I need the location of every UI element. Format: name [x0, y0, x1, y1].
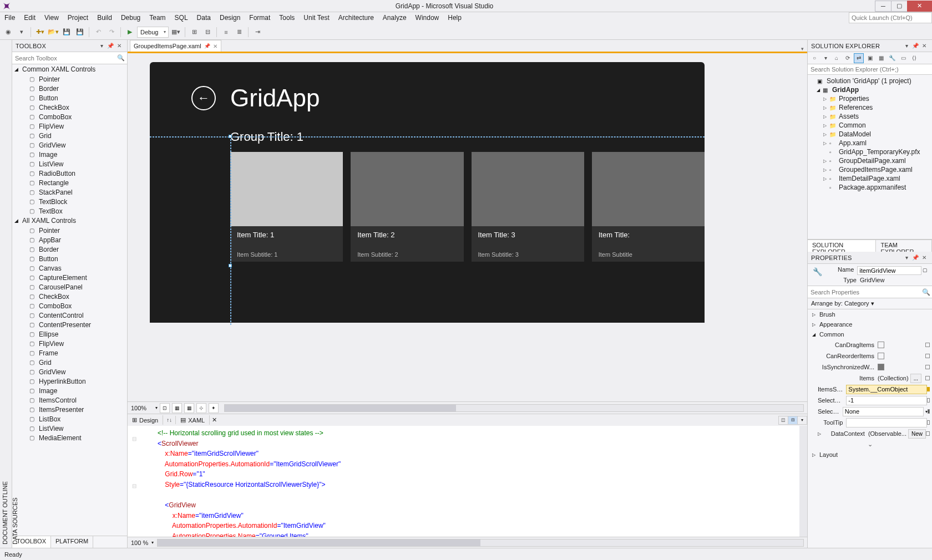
- xaml-tab-close[interactable]: ✕: [209, 415, 219, 425]
- xaml-zoom[interactable]: 100 %: [131, 539, 148, 546]
- new-project-button[interactable]: ✚▾: [34, 26, 46, 38]
- solution-item[interactable]: ▷▫GroupedItemsPage.xaml: [808, 165, 932, 174]
- cat-appearance[interactable]: ▷Appearance: [808, 319, 932, 329]
- toolbox-item[interactable]: ▢Rectangle: [12, 178, 127, 187]
- solution-node[interactable]: ▣Solution 'GridApp' (1 project): [808, 77, 932, 85]
- toolbox-cat-all[interactable]: ◢All XAML Controls: [12, 216, 127, 226]
- solution-item[interactable]: ▫GridApp_TemporaryKey.pfx: [808, 147, 932, 156]
- toolbox-item[interactable]: ▢StackPanel: [12, 187, 127, 197]
- toolbox-item[interactable]: ▢ListBox: [12, 414, 127, 424]
- selectedindex-input[interactable]: [846, 396, 927, 405]
- toolbox-item[interactable]: ▢ListView: [12, 159, 127, 169]
- toolbox-item[interactable]: ▢FlipView: [12, 339, 127, 348]
- props-dropdown[interactable]: ▾: [902, 254, 911, 261]
- cat-layout[interactable]: ▷Layout: [808, 450, 932, 460]
- xaml-h-scrollbar[interactable]: [157, 539, 804, 547]
- toolbox-item[interactable]: ▢ContentControl: [12, 310, 127, 320]
- toolbox-cat-common[interactable]: ◢Common XAML Controls: [12, 64, 127, 74]
- menu-help[interactable]: Help: [443, 12, 466, 24]
- sol-collapse[interactable]: ▣: [865, 53, 875, 63]
- properties-search-input[interactable]: [808, 288, 920, 297]
- nav-fwd-button[interactable]: ▾: [16, 26, 28, 38]
- solution-item[interactable]: ▷📁Assets: [808, 112, 932, 121]
- selectionmode-input[interactable]: [843, 407, 924, 416]
- toolbox-item[interactable]: ▢TextBlock: [12, 197, 127, 206]
- menu-file[interactable]: File: [0, 12, 19, 24]
- split-horizontal-button[interactable]: ⊟: [788, 416, 798, 425]
- swap-panes-button[interactable]: ↑↓: [163, 416, 176, 424]
- grid-4-button[interactable]: ▦: [184, 403, 194, 413]
- tab-overflow-dropdown[interactable]: ▾: [797, 46, 807, 52]
- toolbox-item[interactable]: ▢CaptureElement: [12, 273, 127, 282]
- solution-item[interactable]: ▫Package.appxmanifest: [808, 183, 932, 192]
- xaml-v-scrollbar[interactable]: [799, 426, 807, 537]
- toolbox-item[interactable]: ▢GridView: [12, 140, 127, 150]
- menu-format[interactable]: Format: [245, 12, 275, 24]
- expand-common[interactable]: ⌄: [808, 439, 932, 450]
- fold-icon[interactable]: ⊟: [128, 436, 141, 442]
- toolbox-item[interactable]: ▢GridView: [12, 367, 127, 376]
- toolbox-item[interactable]: ▢Pointer: [12, 226, 127, 235]
- split-vertical-button[interactable]: ◫: [778, 416, 788, 425]
- sol-back[interactable]: ○: [809, 53, 819, 63]
- toolbox-item[interactable]: ▢Pointer: [12, 74, 127, 84]
- toolbox-item[interactable]: ▢FlipView: [12, 121, 127, 131]
- sol-close-icon[interactable]: ✕: [920, 43, 929, 49]
- tab-document-outline[interactable]: DOCUMENT OUTLINE: [0, 40, 10, 548]
- tab-order[interactable]: ⇥: [251, 26, 264, 38]
- group-button[interactable]: ⊞: [188, 26, 200, 38]
- menu-tools[interactable]: Tools: [275, 12, 299, 24]
- menu-analyze[interactable]: Analyze: [378, 12, 411, 24]
- toolbox-item[interactable]: ▢ItemsPresenter: [12, 405, 127, 414]
- cat-brush[interactable]: ▷Brush: [808, 309, 932, 319]
- tooltip-input[interactable]: [846, 418, 927, 427]
- menu-unit-test[interactable]: Unit Test: [299, 12, 333, 24]
- arrange-by[interactable]: Arrange by: Category ▾: [808, 298, 932, 309]
- sol-fwd[interactable]: ▾: [820, 53, 830, 63]
- tab-team-explorer[interactable]: TEAM EXPLORER: [876, 240, 932, 252]
- search-icon[interactable]: 🔍: [920, 288, 932, 296]
- menu-view[interactable]: View: [40, 12, 63, 24]
- toolbox-item[interactable]: ▢ItemsControl: [12, 395, 127, 405]
- props-pin-icon[interactable]: 📌: [911, 254, 920, 261]
- solution-item[interactable]: ▷📁Common: [808, 121, 932, 130]
- menu-team[interactable]: Team: [145, 12, 170, 24]
- undo-button[interactable]: ↶: [92, 26, 104, 38]
- toolbox-item[interactable]: ▢Border: [12, 84, 127, 93]
- align-2[interactable]: ≣: [233, 26, 245, 38]
- menu-edit[interactable]: Edit: [19, 12, 40, 24]
- designer-h-scrollbar[interactable]: [224, 404, 804, 412]
- prop-name-input[interactable]: [857, 266, 921, 275]
- menu-architecture[interactable]: Architecture: [334, 12, 378, 24]
- quick-launch-input[interactable]: [849, 12, 932, 23]
- toolbox-item[interactable]: ▢Button: [12, 93, 127, 103]
- toolbox-item[interactable]: ▢ContentPresenter: [12, 320, 127, 329]
- pin-icon[interactable]: 📌: [204, 43, 210, 49]
- solution-item[interactable]: ▷📁References: [808, 103, 932, 112]
- toolbox-item[interactable]: ▢Ellipse: [12, 329, 127, 339]
- toolbox-item[interactable]: ▢Frame: [12, 348, 127, 358]
- close-button[interactable]: ✕: [907, 1, 932, 12]
- effects-button[interactable]: ✦: [209, 403, 219, 413]
- redo-button[interactable]: ↷: [105, 26, 118, 38]
- open-button[interactable]: 📂▾: [47, 26, 59, 38]
- maximize-button[interactable]: ▢: [891, 1, 908, 12]
- toolbox-item[interactable]: ▢Grid: [12, 131, 127, 140]
- platform-combo[interactable]: ▦▾: [170, 26, 182, 38]
- itemssource-input[interactable]: [846, 385, 927, 394]
- items-edit-button[interactable]: ...: [910, 374, 921, 383]
- collapse-pane-button[interactable]: ▾: [797, 416, 807, 425]
- toolbox-item[interactable]: ▢AppBar: [12, 235, 127, 245]
- props-close-icon[interactable]: ✕: [920, 254, 929, 261]
- menu-project[interactable]: Project: [63, 12, 93, 24]
- toolbox-item[interactable]: ▢Border: [12, 245, 127, 254]
- cat-common[interactable]: ◢Common: [808, 329, 932, 339]
- tab-data-sources[interactable]: DATA SOURCES: [10, 40, 20, 548]
- design-canvas[interactable]: ← GridApp Group Title: 1 Item Title: 1It…: [128, 53, 807, 401]
- issync-checkbox[interactable]: [878, 364, 884, 370]
- doc-tab-active[interactable]: GroupedItemsPage.xaml 📌 ✕: [130, 40, 221, 52]
- toolbox-item[interactable]: ▢Button: [12, 254, 127, 263]
- canreorder-checkbox[interactable]: [878, 353, 884, 359]
- solution-search-input[interactable]: [808, 64, 932, 75]
- toolbox-item[interactable]: ▢TextBox: [12, 206, 127, 216]
